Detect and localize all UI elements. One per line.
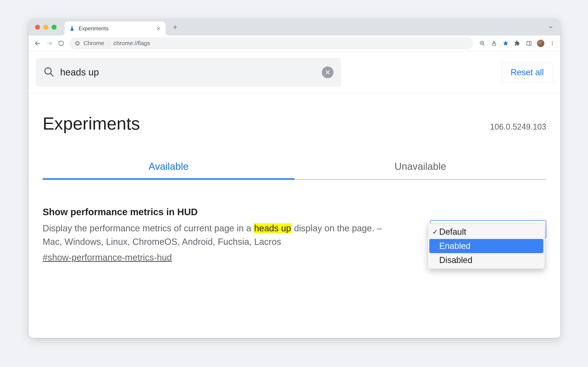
svg-line-9	[483, 44, 484, 46]
search-row: Reset all	[29, 58, 560, 93]
svg-line-19	[50, 74, 53, 76]
search-highlight: heads up	[254, 223, 291, 233]
svg-point-17	[552, 44, 553, 45]
tabs-dropdown-button[interactable]	[547, 23, 555, 31]
option-default[interactable]: ✓ Default	[429, 225, 543, 239]
toolbar-actions	[477, 40, 556, 47]
browser-tab[interactable]: Experiments	[65, 22, 166, 35]
select-dropdown: ✓ Default Enabled Disabled	[428, 223, 545, 269]
browser-window: Experiments	[29, 19, 560, 338]
search-input[interactable]	[60, 67, 316, 78]
share-icon[interactable]	[490, 40, 498, 47]
reset-all-button[interactable]: Reset all	[501, 62, 553, 82]
profile-avatar[interactable]	[537, 40, 544, 47]
tab-strip: Experiments	[29, 19, 560, 35]
clear-search-button[interactable]	[322, 67, 333, 78]
forward-button[interactable]	[44, 38, 54, 48]
bookmark-star-icon[interactable]	[502, 40, 509, 47]
svg-point-18	[45, 68, 51, 74]
zoom-icon[interactable]	[478, 40, 486, 47]
reload-button[interactable]	[56, 38, 66, 48]
search-box[interactable]	[36, 58, 341, 87]
option-label: Enabled	[439, 241, 470, 251]
page-title: Experiments	[43, 113, 140, 134]
option-enabled[interactable]: Enabled	[429, 239, 543, 253]
svg-point-15	[552, 41, 553, 42]
window-controls	[29, 25, 56, 30]
tab-available[interactable]: Available	[43, 161, 294, 180]
svg-point-16	[552, 43, 553, 44]
menu-icon[interactable]	[548, 40, 556, 47]
experiment-anchor-link[interactable]: #show-performance-metrics-hud	[43, 252, 393, 263]
close-tab-button[interactable]	[155, 25, 161, 32]
desc-part-before: Display the performance metrics of curre…	[43, 223, 254, 233]
experiment-tabs: Available Unavailable	[36, 161, 553, 180]
chrome-logo-icon	[74, 41, 80, 46]
svg-point-7	[77, 42, 78, 44]
check-icon: ✓	[431, 228, 439, 236]
window-close-button[interactable]	[35, 25, 40, 30]
option-disabled[interactable]: Disabled	[429, 253, 543, 267]
experiment-title: Show performance metrics in HUD	[43, 207, 393, 217]
back-button[interactable]	[33, 38, 43, 48]
sidepanel-icon[interactable]	[525, 40, 533, 47]
tab-unavailable[interactable]: Unavailable	[294, 161, 546, 180]
flask-icon	[69, 25, 75, 32]
experiment-state-select[interactable]: ✓ Default Enabled Disabled	[430, 220, 546, 238]
svg-rect-13	[527, 41, 531, 45]
experiment-description: Display the performance metrics of curre…	[43, 221, 393, 248]
window-minimize-button[interactable]	[43, 25, 48, 30]
address-url: chrome://flags	[113, 40, 150, 47]
address-origin: Chrome	[83, 40, 104, 47]
address-separator	[109, 40, 109, 47]
window-fullscreen-button[interactable]	[52, 25, 56, 30]
tab-title: Experiments	[79, 25, 152, 32]
address-bar[interactable]: Chrome chrome://flags	[70, 38, 473, 49]
browser-toolbar: Chrome chrome://flags	[29, 35, 560, 51]
option-label: Default	[439, 227, 466, 237]
flags-page: Reset all Experiments 106.0.5249.103 Ava…	[29, 51, 560, 263]
extensions-icon[interactable]	[514, 40, 521, 47]
option-label: Disabled	[439, 255, 472, 265]
experiment-entry: Show performance metrics in HUD Display …	[36, 207, 553, 263]
new-tab-button[interactable]	[170, 24, 180, 30]
chrome-version: 106.0.5249.103	[490, 122, 546, 132]
search-icon	[44, 67, 54, 78]
